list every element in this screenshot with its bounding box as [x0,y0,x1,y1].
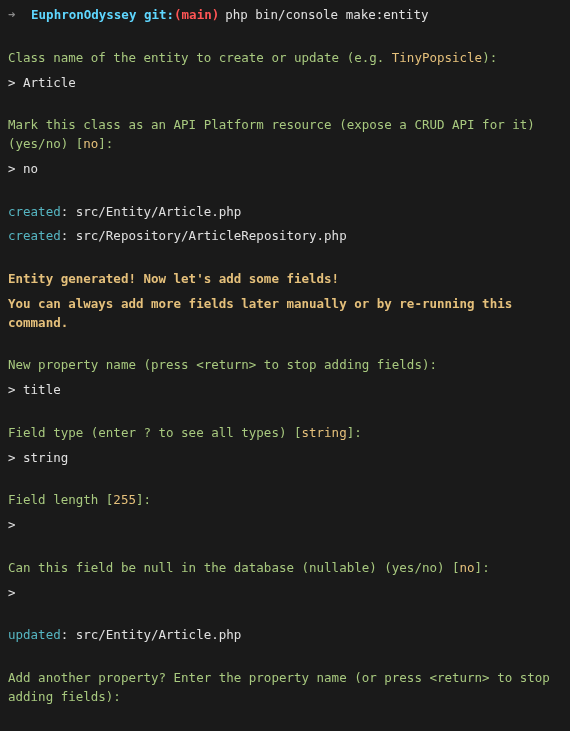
success-message: Entity generated! Now let's add some fie… [8,270,562,289]
user-input[interactable]: > no [8,160,562,179]
question-text: Field type (enter ? to see all types) [ [8,425,302,440]
file-path: : src/Repository/ArticleRepository.php [61,228,347,243]
user-input[interactable]: > string [8,449,562,468]
question-text: New property name (press <return> to sto… [8,357,437,372]
created-entity-line: created: src/Entity/Article.php [8,203,562,222]
question-nullable: Can this field be null in the database (… [8,559,562,603]
user-input[interactable]: > title [8,381,562,400]
question-api-platform: Mark this class as an API Platform resou… [8,116,562,178]
created-label: created [8,204,61,219]
git-label: git: [144,6,174,25]
example-value: TinyPopsicle [392,50,482,65]
info-message: You can always add more fields later man… [8,295,562,333]
default-value: no [460,560,475,575]
question-field-length: Field length [255]: > [8,491,562,535]
created-repository-line: created: src/Repository/ArticleRepositor… [8,227,562,246]
question-text: Can this field be null in the database (… [8,560,460,575]
user-input[interactable]: > [8,516,562,535]
question-class-name: Class name of the entity to create or up… [8,49,562,93]
default-value: 255 [113,492,136,507]
shell-prompt: ➜ EuphronOdyssey git: ( main ) php bin/c… [8,6,562,25]
updated-files: updated: src/Entity/Article.php [8,626,562,645]
question-suffix: ]: [136,492,151,507]
created-files: created: src/Entity/Article.php created:… [8,203,562,247]
question-suffix: ]: [475,560,490,575]
question-text: Class name of the entity to create or up… [8,50,392,65]
user-input[interactable]: > Article [8,74,562,93]
paren-open: ( [174,6,182,25]
file-path: : src/Entity/Article.php [61,204,242,219]
question-property-name: New property name (press <return> to sto… [8,356,562,400]
default-value: no [83,136,98,151]
question-suffix: ]: [98,136,113,151]
user-input[interactable]: > [8,584,562,603]
prompt-arrow: ➜ [8,6,16,25]
paren-close: ) [212,6,220,25]
question-suffix: ]: [347,425,362,440]
question-field-type: Field type (enter ? to see all types) [s… [8,424,562,468]
created-label: created [8,228,61,243]
shell-command: php bin/console make:entity [225,6,428,25]
question-add-another: Add another property? Enter the property… [8,669,562,707]
updated-label: updated [8,627,61,642]
question-text: Field length [ [8,492,113,507]
current-directory: EuphronOdyssey [31,6,136,25]
file-path: : src/Entity/Article.php [61,627,242,642]
question-suffix: ): [482,50,497,65]
question-text: Add another property? Enter the property… [8,670,550,704]
entity-generated-message: Entity generated! Now let's add some fie… [8,270,562,332]
default-value: string [302,425,347,440]
git-branch: main [182,6,212,25]
